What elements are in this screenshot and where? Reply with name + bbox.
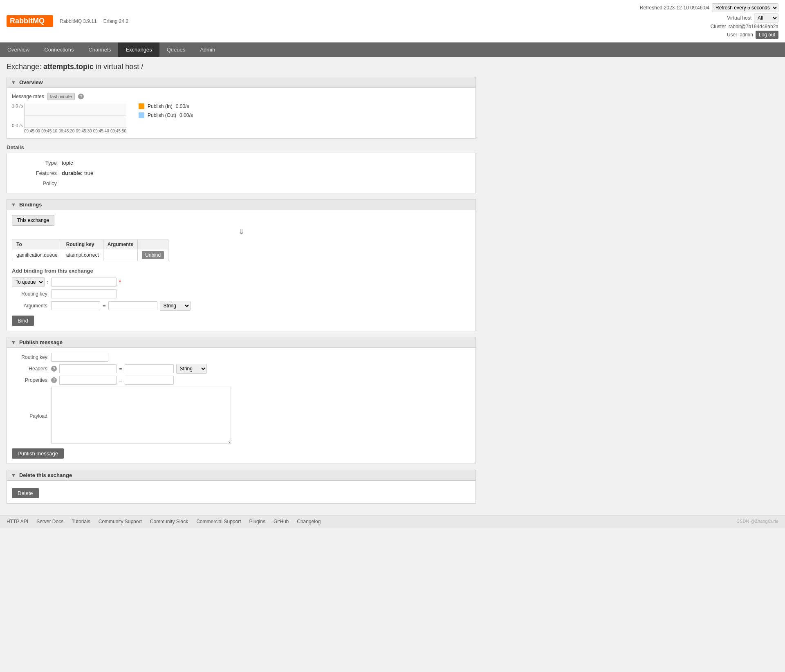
binding-unbind-cell: Unbind xyxy=(138,249,168,261)
bind-button[interactable]: Bind xyxy=(12,316,34,326)
features-value: durable: true xyxy=(62,168,471,178)
binding-arguments-value-input[interactable] xyxy=(108,301,157,310)
details-policy-row: Policy xyxy=(12,179,471,188)
publish-message-button[interactable]: Publish message xyxy=(12,448,64,459)
virtual-host-select[interactable]: All xyxy=(754,13,778,22)
delete-arrow-icon: ▼ xyxy=(11,473,16,478)
footer-link-http-api[interactable]: HTTP API xyxy=(7,519,28,524)
this-exchange-button[interactable]: This exchange xyxy=(12,215,54,226)
msg-rates-header: Message rates last minute ? xyxy=(12,93,471,100)
bindings-section-header[interactable]: ▼ Bindings xyxy=(7,199,476,210)
nav: Overview Connections Channels Exchanges … xyxy=(0,43,785,57)
footer-link-changelog[interactable]: Changelog xyxy=(297,519,321,524)
binding-to-select[interactable]: To queue xyxy=(12,277,45,287)
publish-in-label: Publish (In) xyxy=(148,103,173,109)
bindings-col-to: To xyxy=(12,240,62,249)
footer-link-tutorials[interactable]: Tutorials xyxy=(72,519,90,524)
publish-payload-textarea[interactable] xyxy=(51,387,231,444)
publish-section-header[interactable]: ▼ Publish message xyxy=(7,337,476,348)
chart-x-1: 09:45:10 xyxy=(41,129,57,133)
publish-headers-row: Headers: ? = String Integer Boolean xyxy=(12,364,471,374)
delete-button[interactable]: Delete xyxy=(12,488,39,498)
delete-section-label: Delete this exchange xyxy=(19,472,72,478)
publish-in-value: 0.00/s xyxy=(176,103,189,109)
publish-properties-value-input[interactable] xyxy=(125,376,174,385)
publish-routing-key-label: Routing key: xyxy=(12,354,49,360)
colon-separator: : xyxy=(47,279,49,285)
user-row: User admin Log out xyxy=(640,31,778,39)
publish-headers-value-input[interactable] xyxy=(125,364,174,373)
refresh-select[interactable]: Refresh every 5 seconds xyxy=(712,3,778,12)
details-body: Type topic Features durable: true Policy xyxy=(7,153,476,193)
add-binding-container: Add binding from this exchange To queue … xyxy=(12,268,471,326)
footer-link-community-support[interactable]: Community Support xyxy=(99,519,142,524)
binding-to-input[interactable] xyxy=(51,278,117,287)
footer-link-commercial-support[interactable]: Commercial Support xyxy=(196,519,241,524)
nav-admin[interactable]: Admin xyxy=(193,43,222,57)
features-val: true xyxy=(84,170,93,176)
publish-out-label: Publish (Out) xyxy=(148,112,176,118)
add-binding-title: Add binding from this exchange xyxy=(12,268,471,274)
refreshed-text: Refreshed 2023-12-10 09:46:04 xyxy=(640,5,709,11)
legend-publish-in: Publish (In) 0.00/s xyxy=(139,103,193,109)
publish-headers-type-select[interactable]: String Integer Boolean xyxy=(176,364,207,374)
unbind-button[interactable]: Unbind xyxy=(142,251,164,259)
overview-section-header[interactable]: ▼ Overview xyxy=(7,77,476,88)
last-minute-badge[interactable]: last minute xyxy=(47,93,75,100)
msg-rates-help-icon[interactable]: ? xyxy=(78,94,84,99)
page-title: Exchange: attempts.topic in virtual host… xyxy=(7,63,476,71)
legend-publish-out: Publish (Out) 0.00/s xyxy=(139,112,193,118)
chart-graph xyxy=(24,103,126,128)
binding-routing-key-input[interactable] xyxy=(51,289,117,298)
type-label: Type xyxy=(12,158,61,168)
chart-x-2: 09:45:20 xyxy=(58,129,74,133)
add-binding-to-row: To queue : * xyxy=(12,277,471,287)
nav-queues[interactable]: Queues xyxy=(159,43,193,57)
add-binding-routing-key-row: Routing key: xyxy=(12,289,471,298)
footer-link-plugins[interactable]: Plugins xyxy=(249,519,265,524)
publish-routing-key-input[interactable] xyxy=(51,353,108,362)
chart-x-3: 09:45:30 xyxy=(76,129,92,133)
nav-overview[interactable]: Overview xyxy=(0,43,37,57)
publish-properties-key-input[interactable] xyxy=(59,376,117,385)
bindings-section: ▼ Bindings This exchange ⇓ To Routing ke… xyxy=(7,199,476,331)
rabbitmq-version: RabbitMQ 3.9.11 xyxy=(60,18,97,24)
details-table: Type topic Features durable: true Policy xyxy=(11,157,471,189)
logo-mq-text: MQ xyxy=(33,17,45,25)
logout-button[interactable]: Log out xyxy=(756,31,778,39)
virtual-host-row: Virtual host All xyxy=(640,13,778,22)
nav-exchanges[interactable]: Exchanges xyxy=(118,43,159,57)
type-value: topic xyxy=(62,158,471,168)
bindings-section-label: Bindings xyxy=(19,202,42,208)
footer-link-community-slack[interactable]: Community Slack xyxy=(150,519,188,524)
binding-arguments-type-select[interactable]: String Integer Boolean xyxy=(160,301,191,311)
publish-routing-key-row: Routing key: xyxy=(12,353,471,362)
cluster-label: Cluster xyxy=(711,24,726,29)
legend-color-blue xyxy=(139,112,144,118)
footer-link-github[interactable]: GitHub xyxy=(274,519,289,524)
chart-y-top: 1.0 /s xyxy=(12,103,23,108)
properties-help-icon[interactable]: ? xyxy=(51,377,57,383)
overview-section-label: Overview xyxy=(19,79,43,85)
chart-container: 1.0 /s 0.0 /s 09:45:00 xyxy=(12,103,471,133)
nav-channels[interactable]: Channels xyxy=(81,43,118,57)
bindings-table-header-row: To Routing key Arguments xyxy=(12,240,168,249)
routing-key-label: Routing key: xyxy=(12,291,49,297)
publish-headers-key-input[interactable] xyxy=(59,364,117,373)
overview-section: ▼ Overview Message rates last minute ? 1… xyxy=(7,77,476,139)
footer-link-server-docs[interactable]: Server Docs xyxy=(36,519,63,524)
bindings-col-arguments: Arguments xyxy=(103,240,137,249)
cluster-row: Cluster rabbit@7b194d49ab2a xyxy=(640,24,778,29)
policy-label: Policy xyxy=(12,179,61,188)
msg-rates-label: Message rates xyxy=(12,94,44,99)
page-title-prefix: Exchange: xyxy=(7,63,41,71)
binding-arguments-key-input[interactable] xyxy=(51,301,100,310)
page-title-suffix: in virtual host / xyxy=(96,63,143,71)
nav-connections[interactable]: Connections xyxy=(37,43,81,57)
binding-routing-key-value: attempt.correct xyxy=(62,249,103,261)
publish-section-label: Publish message xyxy=(19,339,63,345)
headers-help-icon[interactable]: ? xyxy=(51,366,57,372)
delete-section-header[interactable]: ▼ Delete this exchange xyxy=(7,470,476,481)
footer: HTTP API Server Docs Tutorials Community… xyxy=(0,515,785,528)
features-label: Features xyxy=(12,168,61,178)
